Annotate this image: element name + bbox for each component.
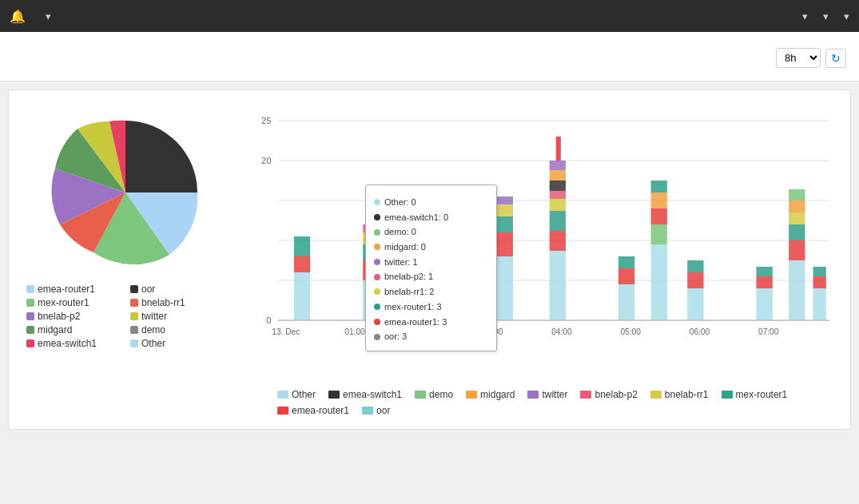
pie-legend-item: emea-switch1 [26,338,121,349]
filter-bar: 8h 24h 7d ↻ [771,48,846,68]
views-menu[interactable]: ▾ [43,10,51,22]
legend-label: oor [141,284,155,295]
legend-label: twitter [141,311,167,322]
bottom-legend-label: mex-router1 [736,389,788,400]
tooltip-item: midgard: 0 [374,240,488,255]
svg-rect-52 [756,276,772,288]
bottom-legend-color [650,391,662,399]
svg-rect-9 [294,272,310,320]
bottom-legend-color [466,391,477,399]
tooltip-item: Other: 0 [374,195,488,210]
pie-legend-item: twitter [130,311,225,322]
tooltip-item-label: demo: 0 [384,224,416,240]
svg-rect-45 [651,208,667,224]
pie-legend-item: Other [130,338,225,349]
help-menu[interactable]: ▾ [821,10,829,22]
bar-section: 25 20 0 [245,103,837,416]
user-menu[interactable]: ▾ [841,10,849,22]
svg-rect-60 [813,288,826,320]
bottom-legend-label: twitter [542,389,567,400]
svg-text:07:00: 07:00 [758,327,779,336]
navbar-right: ▾ ▾ ▾ [800,10,849,22]
bottom-legend-item: demo [415,389,453,400]
tooltip-item-label: bnelab-rr1: 2 [384,284,434,300]
bottom-legend-item: Other [277,389,316,400]
system-chevron-icon: ▾ [802,10,808,22]
bottom-legend-label: emea-router1 [292,405,349,416]
legend-color [26,326,34,334]
bottom-legend-color [722,391,733,399]
svg-rect-54 [789,260,805,320]
pie-legend-item: midgard [26,324,121,335]
svg-rect-57 [789,212,805,224]
svg-rect-56 [789,224,805,240]
bottom-legend-color [277,391,288,399]
tooltip-dot [374,304,380,310]
svg-rect-53 [756,267,772,276]
svg-text:13. Dec: 13. Dec [272,327,300,336]
bottom-legend-item: emea-router1 [277,405,349,416]
svg-rect-50 [687,260,703,272]
bottom-legend-item: mex-router1 [722,389,788,400]
legend-label: bnelab-p2 [38,311,80,322]
tooltip-dot [374,229,380,236]
tooltip-dot [374,259,380,265]
svg-rect-51 [756,288,772,320]
svg-rect-61 [813,276,826,288]
svg-rect-48 [687,288,703,320]
svg-rect-33 [550,211,566,231]
svg-text:04:00: 04:00 [551,327,572,336]
bell-icon: 🔔 [10,9,26,24]
legend-label: mex-router1 [38,297,89,308]
svg-text:05:00: 05:00 [620,327,641,336]
legend-label: emea-router1 [38,284,95,295]
bottom-legend-label: bnelab-rr1 [665,389,709,400]
tooltip-item: demo: 0 [374,224,488,240]
legend-color [26,339,34,347]
bar-chart-area: 25 20 0 [245,113,837,384]
svg-rect-26 [497,256,513,320]
svg-rect-49 [687,272,703,288]
bottom-legend-item: emea-switch1 [328,389,402,400]
legend-label: Other [141,338,165,349]
legend-color [130,312,138,320]
tooltip-dot [374,244,380,250]
tooltip-item: emea-router1: 3 [374,315,488,330]
pie-chart-wrapper [22,113,229,272]
tooltip-items: Other: 0emea-switch1: 0demo: 0midgard: 0… [374,195,488,344]
tooltip-dot [374,288,380,295]
tooltip-item-label: bnelab-p2: 1 [384,269,433,284]
pie-legend-item: oor [130,284,225,295]
svg-rect-11 [294,236,310,256]
bottom-legend-label: oor [376,405,390,416]
svg-text:25: 25 [261,116,271,125]
tooltip-item-label: emea-router1: 3 [384,315,447,330]
tooltip-dot [374,199,380,205]
svg-rect-40 [618,284,634,320]
svg-rect-47 [651,181,667,192]
bottom-legend-label: emea-switch1 [343,389,402,400]
main-content: emea-router1oormex-router1bnelab-rr1bnel… [8,89,851,430]
svg-rect-27 [497,232,513,256]
tooltip-dot [374,274,380,280]
legend-color [130,339,138,347]
legend-color [130,326,138,334]
bottom-legend-item: midgard [466,389,515,400]
svg-rect-42 [618,256,634,268]
legend-label: emea-switch1 [38,338,97,349]
svg-rect-46 [651,192,667,208]
legend-color [130,285,138,293]
tooltip-item: twitter: 1 [374,255,488,270]
refresh-button[interactable]: ↻ [825,49,846,68]
legend-color [26,285,34,293]
pie-chart-svg [46,113,205,272]
system-menu[interactable]: ▾ [800,10,808,22]
legend-label: midgard [38,324,72,335]
filter-select[interactable]: 8h 24h 7d [776,48,821,68]
bar-chart-svg: 25 20 0 [245,113,837,360]
bottom-legend-color [328,391,340,399]
bottom-legend-label: midgard [480,389,515,400]
bottom-legend-color [415,391,426,399]
svg-rect-62 [813,267,826,276]
bottom-legend-item: twitter [527,389,567,400]
